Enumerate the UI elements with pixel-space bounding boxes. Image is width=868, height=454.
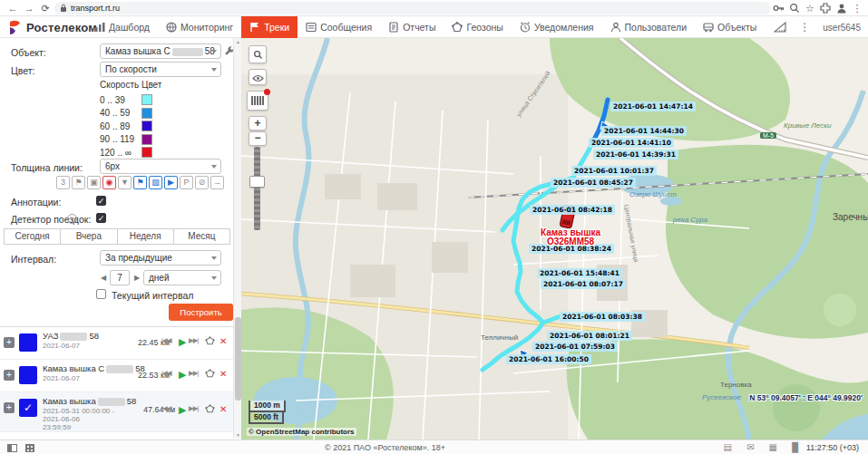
- events-layer-icon[interactable]: ◉: [102, 176, 116, 189]
- browser-menu-icon[interactable]: ⋮: [850, 1, 864, 15]
- delete-icon[interactable]: ✕: [219, 336, 227, 346]
- expand-plus-icon[interactable]: +: [4, 402, 15, 413]
- nav-item-notifications[interactable]: Уведомления: [512, 16, 602, 38]
- period-button-3[interactable]: Месяц: [174, 229, 229, 244]
- map-layer-toolbar: 3⚑▣◉▼⚑▨▶P⊘→: [56, 176, 224, 189]
- skip-end-icon[interactable]: ▶▶|: [189, 336, 198, 344]
- status-image-icon[interactable]: ▦: [769, 442, 777, 452]
- object-select-value: Камаз вышка С58: [105, 46, 215, 56]
- period-button-1[interactable]: Вчера: [61, 229, 117, 244]
- parking-layer-icon[interactable]: P: [180, 176, 193, 189]
- browser-reload-button[interactable]: ⟳: [38, 1, 53, 15]
- help-icon[interactable]: ?: [67, 214, 77, 224]
- expand-plus-icon[interactable]: +: [4, 337, 15, 348]
- legend-row: 40 .. 59: [100, 107, 161, 121]
- browser-back-button[interactable]: ←: [5, 1, 20, 15]
- play-icon[interactable]: ▶: [179, 336, 186, 348]
- map-barcode-button[interactable]: [247, 91, 268, 111]
- restricted-layer-icon[interactable]: ⊘: [195, 176, 209, 189]
- zoom-slider-track[interactable]: [254, 147, 260, 230]
- status-mail-icon[interactable]: ✉: [747, 442, 755, 452]
- nav-item-track-flag[interactable]: Треки: [241, 16, 297, 38]
- interval-count-input[interactable]: [110, 270, 130, 285]
- route-polygon-icon[interactable]: [205, 369, 215, 381]
- bookmark-star-icon[interactable]: ☆: [803, 1, 817, 15]
- zoom-out-button[interactable]: −: [249, 131, 267, 146]
- nav-item-globe[interactable]: Мониторинг: [158, 16, 241, 38]
- object-select[interactable]: Камаз вышка С58: [100, 43, 221, 59]
- browser-forward-button[interactable]: →: [22, 1, 36, 15]
- map-search-button[interactable]: [249, 45, 267, 63]
- nav-item-label: Геозоны: [466, 22, 502, 33]
- zoom-slider-thumb[interactable]: [249, 176, 265, 188]
- track-list-row[interactable]: +Камаз вышка С582021-06-0722.53 км|◀◀▶▶▶…: [0, 360, 233, 392]
- skip-end-icon[interactable]: ▶▶|: [189, 404, 198, 412]
- nav-item-bar-chart[interactable]: Дашборд: [86, 16, 158, 38]
- nav-item-vehicles[interactable]: Объекты: [695, 16, 765, 38]
- current-interval-checkbox[interactable]: [96, 289, 106, 299]
- route-polygon-icon[interactable]: [205, 336, 215, 348]
- key-icon[interactable]: [772, 2, 785, 14]
- line-thickness-select[interactable]: 6px: [100, 159, 221, 174]
- delete-icon[interactable]: ✕: [219, 404, 227, 414]
- browser-address-bar[interactable]: transport.rt.ru: [54, 2, 771, 14]
- build-track-button[interactable]: Построить трек: [169, 304, 233, 321]
- zoom-in-button[interactable]: +: [249, 116, 267, 130]
- track-color-swatch[interactable]: [19, 366, 37, 384]
- map-visibility-button[interactable]: [249, 69, 267, 85]
- status-list-icon[interactable]: ▤: [724, 442, 732, 452]
- nav-item-label: Треки: [264, 22, 289, 33]
- nav-item-geofence[interactable]: Геозоны: [444, 16, 511, 38]
- skip-start-icon[interactable]: |◀◀: [161, 369, 171, 377]
- skip-end-icon[interactable]: ▶▶|: [189, 369, 198, 377]
- flags-layer-icon[interactable]: ⚑: [72, 176, 85, 189]
- markers-layer-icon[interactable]: ⚑: [133, 176, 147, 189]
- line-thickness-label: Толщина линии:: [11, 162, 83, 173]
- trips-layer-icon[interactable]: ▣: [87, 176, 101, 189]
- period-button-0[interactable]: Сегодня: [5, 229, 61, 244]
- extensions-icon[interactable]: [819, 2, 832, 14]
- interval-unit-select[interactable]: дней: [143, 270, 221, 285]
- play-icon[interactable]: ▶: [179, 404, 186, 416]
- username[interactable]: user5645: [823, 23, 861, 33]
- video-layer-icon[interactable]: ▶: [164, 176, 178, 189]
- map-attribution[interactable]: © OpenStreetMap contributors: [247, 428, 356, 436]
- track-color-swatch[interactable]: [19, 333, 37, 352]
- track-color-swatch[interactable]: ✓: [19, 399, 37, 417]
- redacted-text: [60, 333, 87, 341]
- skip-start-icon[interactable]: |◀◀: [161, 404, 171, 412]
- delete-icon[interactable]: ✕: [219, 369, 227, 379]
- measure-ruler-icon[interactable]: [774, 22, 786, 33]
- nav-menu-icon[interactable]: ⋮: [799, 21, 810, 34]
- track-list-row[interactable]: +УАЗ582021-06-0722.45 км|◀◀▶▶▶|✕: [0, 327, 233, 360]
- photos-layer-icon[interactable]: ▨: [149, 176, 162, 189]
- nav-menu: ДашбордМониторингТрекиСообщенияОтчетыГео…: [86, 16, 765, 38]
- interval-mode-select[interactable]: За предыдущие: [100, 250, 221, 266]
- status-book-icon[interactable]: ▉: [792, 442, 799, 452]
- toggle-sidebar-icon[interactable]: [7, 444, 17, 452]
- expand-plus-icon[interactable]: +: [4, 370, 15, 381]
- export-arrow-icon[interactable]: →: [210, 176, 224, 189]
- zoom-icon[interactable]: [788, 2, 801, 14]
- grid-view-icon[interactable]: [25, 444, 34, 452]
- skip-start-icon[interactable]: |◀◀: [161, 336, 171, 344]
- play-icon[interactable]: ▶: [179, 369, 186, 381]
- color-mode-select[interactable]: По скорости: [100, 62, 221, 77]
- period-button-2[interactable]: Неделя: [118, 229, 174, 244]
- sidebar-scrollbar[interactable]: ▲ ▼: [233, 38, 241, 439]
- fuel-layer-icon[interactable]: ▼: [118, 176, 132, 189]
- nav-item-reports[interactable]: Отчеты: [380, 16, 444, 38]
- nav-item-users[interactable]: Пользователи: [602, 16, 696, 38]
- stops-layer-icon[interactable]: 3: [56, 176, 70, 189]
- nav-item-messages[interactable]: Сообщения: [297, 16, 380, 38]
- track-list-row[interactable]: +✓Камаз вышка582021-05-31 00:00:00 - 202…: [0, 392, 233, 432]
- track-timestamp: 2021-06-01 14:47:14: [610, 101, 696, 111]
- profile-icon[interactable]: [835, 2, 848, 14]
- scrollbar-thumb[interactable]: [235, 317, 241, 401]
- trip-detector-checkbox[interactable]: ✓: [96, 213, 106, 223]
- route-polygon-icon[interactable]: [205, 404, 215, 416]
- annotations-checkbox[interactable]: ✓: [96, 196, 106, 206]
- interval-count-decrement[interactable]: ◀: [99, 270, 108, 285]
- map-canvas[interactable]: Озеро Шуистрека СураЗаречныйКривые Лески…: [241, 38, 868, 440]
- interval-count-increment[interactable]: ▶: [132, 270, 141, 285]
